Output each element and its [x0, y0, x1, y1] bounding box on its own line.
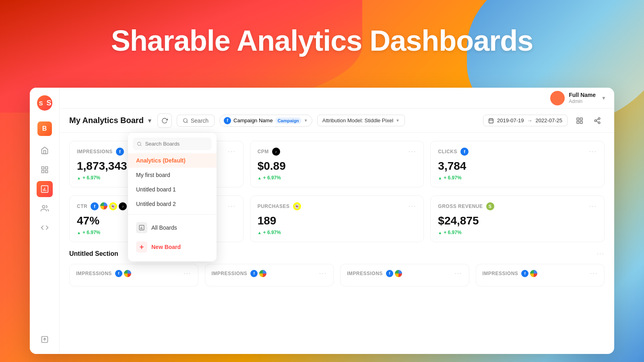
toolbar-right-icons [572, 113, 605, 128]
svg-point-24 [598, 122, 600, 124]
user-avatar [550, 91, 565, 105]
bottom-card-1: IMPRESSIONS f ··· [69, 264, 198, 286]
ctr-more-button[interactable]: ··· [228, 203, 235, 210]
bottom-card-more-1[interactable]: ··· [184, 270, 191, 277]
campaign-filter[interactable]: f Campaign Name Campaign ▼ [219, 115, 312, 127]
attribution-chevron-icon: ▼ [396, 118, 400, 123]
clicks-facebook-icon: f [460, 148, 469, 156]
clicks-value: 3,784 [438, 160, 597, 173]
toolbar: My Analytics Board ▼ Search f Campaign N… [60, 109, 614, 133]
share-button[interactable] [590, 113, 605, 128]
board-selector[interactable]: My Analytics Board ▼ [69, 116, 153, 125]
layout-grid-button[interactable] [572, 113, 587, 128]
date-range-picker[interactable]: 2019-07-19 → 2022-07-25 [483, 115, 568, 126]
gross-revenue-more-button[interactable]: ··· [589, 203, 597, 210]
attribution-label: Attribution Model: Stiddle Pixel [322, 117, 393, 123]
bottom-impressions-label-4: IMPRESSIONS [483, 271, 518, 276]
sidebar-item-code[interactable] [37, 220, 53, 236]
ctr-change-value: + 6.97% [83, 230, 100, 235]
svg-rect-18 [577, 118, 579, 120]
search-label: Search [191, 117, 208, 124]
new-board-label: New Board [151, 244, 181, 250]
metric-title-row: IMPRESSIONS f [77, 148, 124, 156]
new-board-plus-icon: + [136, 241, 147, 253]
all-boards-button[interactable]: All Boards [128, 218, 217, 237]
sidebar-avatar[interactable]: B [37, 121, 52, 136]
user-chevron-icon[interactable]: ▼ [601, 95, 606, 101]
bottom-card-4: IMPRESSIONS f ··· [476, 264, 605, 286]
svg-rect-3 [41, 171, 44, 173]
hero-title: Sharable Analytics Dashboards [0, 24, 644, 57]
sidebar-item-analytics[interactable] [37, 181, 53, 197]
user-name: Full Name [569, 91, 596, 99]
sidebar-bottom [37, 331, 53, 348]
bottom-card-title-row-4: IMPRESSIONS f [483, 270, 538, 277]
bottom-impressions-label-2: IMPRESSIONS [212, 271, 248, 276]
campaign-name-label: Campaign Name [233, 117, 273, 123]
dashboard-card: S S B [30, 88, 614, 354]
purchases-snap-icon: 👻 [293, 202, 301, 210]
cpm-label: CPM [258, 149, 269, 154]
user-info: Full Name Admin ▼ [550, 91, 606, 105]
svg-rect-4 [45, 171, 47, 173]
bottom-fb-icon-2: f [250, 270, 258, 277]
sidebar-item-home[interactable] [37, 142, 53, 158]
gross-revenue-shopify-icon: S [486, 202, 494, 210]
cpm-more-button[interactable]: ··· [409, 148, 416, 155]
logo-icon: S S [37, 95, 52, 111]
new-board-button[interactable]: + New Board [128, 237, 217, 257]
facebook-platform-icon: f [116, 148, 124, 156]
svg-point-23 [594, 119, 597, 121]
dropdown-item-untitled-2[interactable]: Untitled board 2 [128, 197, 217, 211]
sidebar-item-grid[interactable] [37, 162, 53, 178]
svg-rect-14 [489, 119, 493, 123]
bottom-impressions-label-1: IMPRESSIONS [76, 271, 112, 276]
svg-rect-1 [41, 167, 44, 169]
refresh-button[interactable] [157, 113, 172, 128]
ctr-label: CTR [77, 204, 87, 209]
metric-title-row-ctr: CTR f 👻 ♪ [77, 202, 127, 210]
cpm-value: $0.89 [258, 160, 417, 173]
date-start: 2019-07-19 [497, 117, 524, 123]
bottom-card-more-3[interactable]: ··· [454, 270, 462, 277]
svg-point-12 [183, 118, 187, 122]
svg-rect-21 [580, 121, 582, 123]
dropdown-item-analytics-default[interactable]: Analytics (Default) [128, 153, 217, 168]
svg-line-26 [596, 119, 598, 120]
bottom-card-more-2[interactable]: ··· [319, 270, 327, 277]
svg-rect-19 [580, 118, 582, 120]
sidebar-logo: S S [36, 94, 54, 112]
bottom-card-header-1: IMPRESSIONS f ··· [76, 270, 192, 277]
svg-point-27 [138, 142, 141, 145]
metric-card-clicks: CLICKS f ··· 3,784 ▲ + 6.97% [430, 141, 605, 187]
dropdown-item-first-board[interactable]: My first board [128, 168, 217, 182]
search-boards-input[interactable] [145, 141, 208, 147]
bottom-fb-icon-4: f [521, 270, 528, 277]
bottom-metrics-grid: IMPRESSIONS f ··· IMPRESSIONS [69, 264, 605, 286]
sidebar-upload-icon[interactable] [37, 331, 53, 348]
metric-card-header-purchases: PURCHASES 👻 ··· [258, 202, 417, 210]
user-role: Admin [569, 99, 596, 105]
date-end: 2022-07-25 [536, 117, 563, 123]
ctr-google-icon [100, 202, 107, 210]
clicks-change: ▲ + 6.97% [438, 175, 597, 181]
purchases-change-value: + 6.97% [263, 230, 281, 235]
bottom-card-more-4[interactable]: ··· [590, 270, 598, 277]
gross-revenue-change: ▲ + 6.97% [438, 230, 597, 235]
metric-card-header-cpm: CPM ♪ ··· [258, 148, 417, 156]
gross-revenue-change-arrow: ▲ [438, 230, 442, 235]
purchases-more-button[interactable]: ··· [409, 203, 416, 210]
sidebar: S S B [30, 88, 60, 354]
attribution-filter[interactable]: Attribution Model: Stiddle Pixel ▼ [317, 115, 405, 126]
search-button[interactable]: Search [177, 115, 215, 127]
dropdown-item-untitled-1[interactable]: Untitled board 1 [128, 182, 217, 197]
dropdown-divider [128, 214, 217, 215]
sidebar-item-users[interactable] [37, 200, 53, 216]
section-more-button[interactable]: ··· [597, 250, 605, 257]
metric-card-header-gross-revenue: GROSS REVENUE S ··· [438, 202, 597, 210]
impressions-more-button[interactable]: ··· [228, 148, 235, 155]
svg-line-25 [596, 121, 598, 122]
clicks-more-button[interactable]: ··· [589, 148, 597, 155]
date-arrow-icon: → [527, 117, 533, 123]
svg-rect-20 [577, 121, 579, 123]
